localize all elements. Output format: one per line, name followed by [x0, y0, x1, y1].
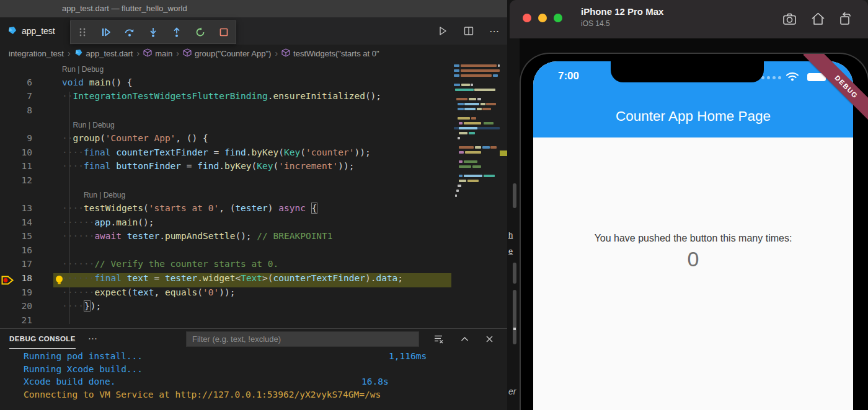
- breadcrumb-separator: ›: [176, 48, 179, 58]
- code-text: ····final buttonFinder = find.byKey(Key(…: [62, 161, 355, 171]
- code-lens-label[interactable]: Run | Debug: [73, 121, 114, 129]
- line-number: 17: [0, 259, 32, 269]
- code-lens[interactable]: Run | Debug: [0, 63, 508, 77]
- code-lens-label[interactable]: Run | Debug: [84, 191, 125, 199]
- breadcrumb-separator: ›: [136, 48, 140, 58]
- console-timing: 1,116ms: [389, 351, 427, 361]
- window-title: app_test.dart — flutter_hello_world: [62, 4, 187, 13]
- step-over-icon[interactable]: [124, 27, 135, 38]
- simulator-device-name: iPhone 12 Pro Max: [581, 6, 663, 17]
- rotate-icon[interactable]: [837, 11, 854, 27]
- code-line[interactable]: 19······expect(text, equals('0'));: [0, 287, 508, 302]
- restart-icon[interactable]: [195, 27, 206, 38]
- code-lens[interactable]: Run | Debug: [0, 189, 508, 203]
- split-editor-icon[interactable]: [463, 25, 474, 37]
- code-editor[interactable]: Run | Debug6void main() {7··IntegrationT…: [0, 62, 508, 328]
- code-text: ······// Verify the counter starts at 0.: [62, 259, 278, 269]
- code-text: ··IntegrationTestWidgetsFlutterBinding.e…: [62, 91, 381, 101]
- stop-icon[interactable]: [218, 27, 229, 38]
- breadcrumb-label: group("Counter App"): [195, 49, 271, 58]
- code-line[interactable]: 18······final text = tester.widget<Text>…: [0, 273, 508, 287]
- tab-label: app_test: [22, 26, 55, 36]
- code-text: ······expect(text, equals('0'));: [62, 287, 235, 297]
- line-number: 15: [0, 231, 32, 241]
- code-line[interactable]: 16: [0, 245, 508, 260]
- code-line[interactable]: 21: [0, 315, 508, 328]
- console-line: Xcode build done.: [24, 377, 115, 386]
- line-number: 8: [0, 105, 32, 115]
- code-line[interactable]: 10····final counterTextFinder = find.byK…: [0, 147, 508, 162]
- code-line[interactable]: 14······app.main();: [0, 217, 508, 232]
- line-number: 7: [0, 91, 32, 101]
- dart-icon: [7, 25, 17, 37]
- code-line[interactable]: 6void main() {: [0, 77, 508, 92]
- line-number: 10: [0, 147, 32, 157]
- breadcrumb-separator: ›: [68, 48, 71, 58]
- step-out-icon[interactable]: [171, 27, 182, 38]
- ios-simulator-window: 7:00 Counter App Home Page You have push…: [510, 0, 868, 410]
- clear-console-icon[interactable]: [433, 334, 444, 344]
- screenshot-icon[interactable]: [781, 11, 798, 27]
- code-line[interactable]: 11····final buttonFinder = find.byKey(Ke…: [0, 161, 508, 175]
- debug-console-panel: DEBUG CONSOLE ⋯ Running pod install...1,…: [0, 328, 508, 410]
- breadcrumb-item[interactable]: main: [143, 48, 172, 59]
- window-titlebar: app_test.dart — flutter_hello_world: [0, 0, 508, 17]
- console-line: Running pod install...: [24, 351, 143, 361]
- tab-app-test[interactable]: app_test: [0, 17, 70, 45]
- code-line[interactable]: 20····});: [0, 301, 508, 315]
- status-bar-time: 7:00: [558, 70, 579, 82]
- line-number: 13: [0, 203, 32, 213]
- zoom-window-button[interactable]: [554, 14, 562, 22]
- line-number: 11: [0, 161, 32, 171]
- more-actions-icon[interactable]: ⋯: [489, 25, 500, 37]
- minimize-window-button[interactable]: [538, 14, 547, 22]
- breadcrumb-item[interactable]: testWidgets("starts at 0": [281, 48, 379, 59]
- line-number: 21: [0, 315, 32, 325]
- breadcrumb-label: testWidgets("starts at 0": [293, 49, 379, 58]
- collapse-panel-icon[interactable]: [459, 334, 470, 344]
- home-icon[interactable]: [810, 11, 826, 27]
- console-filter-input[interactable]: [186, 331, 419, 347]
- line-number: 14: [0, 217, 32, 227]
- minimap[interactable]: [454, 63, 500, 274]
- line-number: 20: [0, 301, 32, 311]
- drag-handle-icon[interactable]: [77, 27, 88, 38]
- code-line[interactable]: 13····testWidgets('starts at 0', (tester…: [0, 203, 508, 217]
- code-line[interactable]: 9··group('Counter App', () {: [0, 133, 508, 147]
- panel-more-icon[interactable]: ⋯: [88, 333, 98, 344]
- code-lens-label[interactable]: Run | Debug: [62, 65, 104, 74]
- console-timing: 16.8s: [361, 377, 389, 386]
- continue-icon[interactable]: [100, 27, 112, 38]
- code-line[interactable]: 7··IntegrationTestWidgetsFlutterBinding.…: [0, 91, 508, 105]
- close-panel-icon[interactable]: [484, 334, 495, 344]
- debug-toolbar: [70, 20, 236, 44]
- console-output[interactable]: Running pod install...1,116msRunning Xco…: [0, 349, 508, 410]
- tab-debug-console[interactable]: DEBUG CONSOLE: [9, 329, 76, 349]
- code-line[interactable]: 8: [0, 105, 508, 120]
- console-line: Running Xcode build...: [24, 364, 143, 374]
- code-line[interactable]: 17······// Verify the counter starts at …: [0, 259, 508, 273]
- symbol-icon: [183, 48, 192, 59]
- signal-dot: [773, 76, 776, 79]
- code-text: ····final counterTextFinder = find.byKey…: [62, 147, 371, 157]
- code-line[interactable]: 15······await tester.pumpAndSettle(); //…: [0, 231, 508, 245]
- breadcrumb-item[interactable]: group("Counter App"): [183, 48, 271, 59]
- signal-dot: [778, 76, 781, 79]
- code-lens[interactable]: Run | Debug: [0, 119, 508, 133]
- wifi-icon: [786, 72, 799, 84]
- breadcrumb-label: app_test.dart: [86, 49, 133, 58]
- signal-dot: [767, 76, 770, 79]
- code-line[interactable]: 12: [0, 175, 508, 190]
- dart-icon: [74, 48, 83, 59]
- simulator-titlebar: iPhone 12 Pro Max iOS 14.5: [510, 0, 868, 38]
- close-window-button[interactable]: [523, 14, 531, 22]
- symbol-icon: [281, 48, 290, 59]
- line-number: 6: [0, 77, 32, 87]
- phone-screen: 7:00 Counter App Home Page You have push…: [533, 61, 853, 410]
- counter-value: 0: [533, 247, 853, 271]
- run-button[interactable]: [437, 25, 448, 37]
- line-number: 16: [0, 245, 32, 255]
- breadcrumb-item[interactable]: app_test.dart: [74, 48, 133, 59]
- breadcrumb-item[interactable]: integration_test: [9, 49, 64, 58]
- step-into-icon[interactable]: [148, 27, 159, 38]
